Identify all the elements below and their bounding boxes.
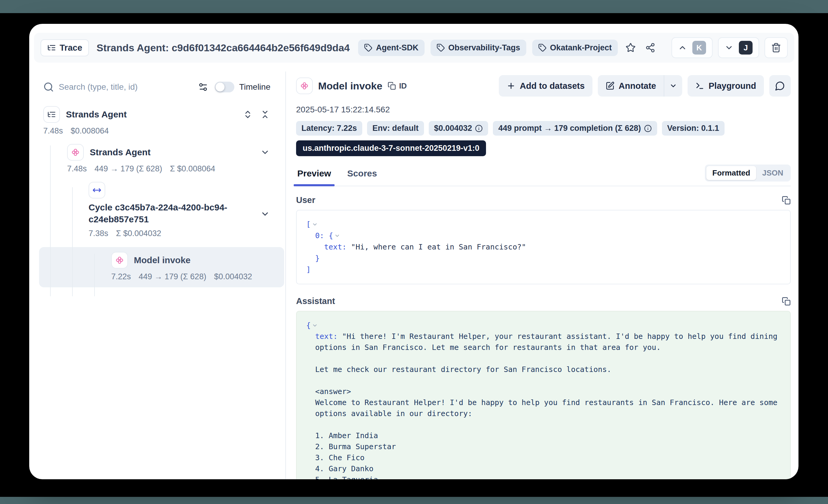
prev-trace-button[interactable]: K bbox=[671, 37, 713, 58]
assistant-json-viewer: { text: "Hi there! I'm Restaurant Helper… bbox=[296, 311, 791, 479]
cost: Σ $0.004032 bbox=[116, 229, 161, 238]
cycle-span-icon bbox=[89, 182, 105, 199]
share-icon[interactable] bbox=[644, 41, 657, 54]
chevron-down-icon[interactable] bbox=[260, 209, 270, 220]
toggle-knob bbox=[216, 83, 224, 91]
cost: $0.008064 bbox=[71, 126, 109, 136]
format-toggle: Formatted JSON bbox=[705, 165, 791, 181]
playground-label: Playground bbox=[708, 81, 756, 91]
info-icon bbox=[475, 125, 483, 132]
json-line: text: "Hi, where can I eat in San Franci… bbox=[306, 242, 781, 253]
annotate-split-button: Annotate bbox=[598, 75, 682, 96]
tag-okatank-project[interactable]: Okatank-Project bbox=[532, 40, 618, 56]
page-title: Strands Agent: c9d6f01342ca664464b2e56f6… bbox=[96, 42, 350, 54]
duration: 7.48s bbox=[67, 164, 87, 173]
json-line: { bbox=[306, 320, 781, 331]
copy-id-button[interactable]: ID bbox=[387, 81, 407, 91]
format-toggle-json[interactable]: JSON bbox=[756, 166, 789, 180]
list-tree-icon bbox=[47, 43, 56, 52]
next-trace-button[interactable]: J bbox=[718, 37, 759, 58]
tokens-badge[interactable]: 449 prompt → 179 completion (Σ 628) bbox=[493, 121, 657, 136]
add-to-datasets-label: Add to datasets bbox=[520, 81, 585, 91]
chevron-down-icon bbox=[724, 43, 734, 52]
agent-span-icon bbox=[67, 144, 84, 161]
version-badge: Version: 0.1.1 bbox=[662, 121, 724, 136]
tree-row-metrics: 7.48s 449 → 179 (Σ 628) Σ $0.008064 bbox=[43, 164, 271, 173]
collapse-node-icon[interactable] bbox=[312, 320, 318, 331]
trace-root-icon bbox=[43, 106, 60, 123]
generation-span-icon bbox=[111, 252, 128, 268]
chevron-down-icon[interactable] bbox=[260, 147, 271, 158]
tree-row-metrics: 7.48s $0.008064 bbox=[43, 126, 271, 136]
avatar: K bbox=[692, 41, 706, 54]
observation-detail-panel: Model invoke ID Add to datasets bbox=[286, 72, 798, 479]
tag-agent-sdk[interactable]: Agent-SDK bbox=[358, 40, 424, 56]
trace-nav-group: K J bbox=[671, 37, 788, 58]
latency-badge: Latency: 7.22s bbox=[296, 121, 362, 136]
info-icon bbox=[644, 125, 652, 132]
chevron-up-icon bbox=[678, 43, 687, 52]
model-name-badge[interactable]: us.anthropic.claude-3-7-sonnet-20250219-… bbox=[296, 140, 486, 156]
tag-icon bbox=[364, 44, 372, 52]
user-json-viewer: [ 0: { text: "Hi, where can I eat in San… bbox=[296, 210, 791, 284]
star-icon[interactable] bbox=[624, 41, 637, 54]
plus-icon bbox=[507, 81, 515, 90]
filter-sliders-icon[interactable] bbox=[198, 82, 208, 92]
delete-trace-button[interactable] bbox=[764, 37, 788, 58]
timeline-toggle-label: Timeline bbox=[239, 82, 271, 92]
tree-row-trace-root[interactable]: Strands Agent bbox=[43, 106, 271, 123]
tree-row-label: Strands Agent bbox=[90, 146, 151, 158]
tag-icon bbox=[538, 44, 546, 52]
tag-observability-tags[interactable]: Observability-Tags bbox=[430, 40, 526, 56]
expand-all-icon[interactable] bbox=[242, 109, 253, 120]
tree-row-cycle[interactable]: Cycle c3c45b7a-224a-4200-bc94-c24eb857e7… bbox=[43, 182, 271, 238]
user-section-title: User bbox=[296, 195, 316, 205]
json-line: [ bbox=[306, 219, 781, 230]
tab-scores[interactable]: Scores bbox=[346, 167, 378, 186]
json-line: text: "Hi there! I'm Restaurant Helper, … bbox=[306, 331, 781, 479]
trash-icon bbox=[771, 43, 781, 53]
avatar: J bbox=[739, 41, 753, 54]
tree-row-model-invoke-selected[interactable]: Model invoke 7.22s 449 → 179 (Σ 628) $0.… bbox=[43, 252, 271, 281]
tag-icon bbox=[437, 44, 445, 52]
tab-preview[interactable]: Preview bbox=[296, 167, 332, 186]
tag-label: Okatank-Project bbox=[550, 43, 612, 52]
duration: 7.22s bbox=[111, 272, 131, 281]
search-input[interactable] bbox=[59, 82, 193, 92]
collapse-node-icon[interactable] bbox=[312, 219, 318, 230]
add-to-datasets-button[interactable]: Add to datasets bbox=[499, 75, 592, 96]
tag-label: Observability-Tags bbox=[448, 43, 520, 52]
copy-icon[interactable] bbox=[782, 297, 791, 306]
env-badge: Env: default bbox=[367, 121, 424, 136]
annotate-button[interactable]: Annotate bbox=[598, 75, 664, 96]
tree-row-agent[interactable]: Strands Agent bbox=[43, 144, 271, 161]
cost: Σ $0.008064 bbox=[170, 164, 215, 173]
app-window: Trace Strands Agent: c9d6f01342ca664464b… bbox=[29, 24, 798, 479]
top-bar: Trace Strands Agent: c9d6f01342ca664464b… bbox=[34, 33, 794, 62]
annotate-label: Annotate bbox=[619, 81, 656, 91]
tree-row-label: Cycle c3c45b7a-224a-4200-bc94-c24eb857e7… bbox=[89, 202, 261, 225]
tokens: 449 → 179 (Σ 628) bbox=[94, 164, 162, 173]
tree-row-metrics: 7.22s 449 → 179 (Σ 628) $0.004032 bbox=[43, 272, 271, 281]
format-toggle-formatted[interactable]: Formatted bbox=[706, 166, 756, 180]
copy-icon[interactable] bbox=[782, 196, 791, 205]
tree-row-label: Model invoke bbox=[134, 254, 191, 266]
tree-indent-guide bbox=[72, 187, 73, 296]
json-line: } bbox=[306, 253, 781, 264]
tree-indent-guide bbox=[94, 254, 95, 296]
metric-badges: Latency: 7.22s Env: default $0.004032 44… bbox=[296, 121, 791, 136]
comment-button[interactable] bbox=[769, 75, 791, 96]
cost-badge[interactable]: $0.004032 bbox=[429, 121, 488, 136]
trace-chip-label: Trace bbox=[59, 43, 82, 53]
trace-tree-sidebar: Timeline Strands Agent bbox=[29, 72, 285, 479]
playground-button[interactable]: Playground bbox=[688, 75, 764, 96]
annotate-dropdown-chevron[interactable] bbox=[664, 75, 682, 96]
trace-tree: Strands Agent 7.48s $0.008064 bbox=[43, 106, 271, 281]
collapse-all-icon[interactable] bbox=[260, 109, 271, 120]
duration: 7.48s bbox=[43, 126, 63, 136]
timeline-toggle[interactable] bbox=[215, 82, 234, 92]
observation-actions: Add to datasets Annotate bbox=[499, 75, 791, 96]
copy-icon bbox=[387, 82, 396, 90]
collapse-node-icon[interactable] bbox=[334, 230, 340, 242]
trace-type-chip[interactable]: Trace bbox=[41, 39, 89, 56]
